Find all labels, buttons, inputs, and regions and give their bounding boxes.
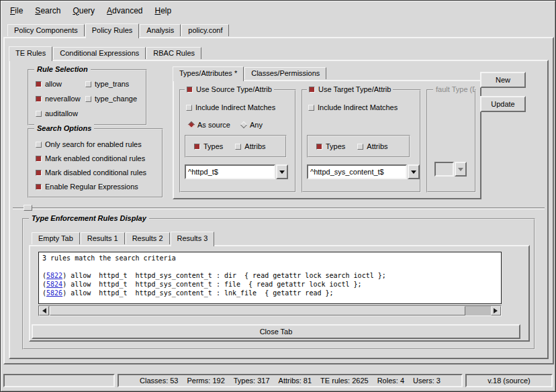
checkbox-allow[interactable]: allow: [36, 79, 84, 89]
rule-link[interactable]: 5824: [46, 281, 62, 288]
tab-policy-conf[interactable]: policy.conf: [181, 24, 229, 36]
checkbox-label: Attribs: [244, 142, 265, 150]
tab-empty[interactable]: Empty Tab: [32, 232, 80, 244]
pane-sash[interactable]: [13, 207, 545, 209]
checkbox-target-types[interactable]: Types: [316, 142, 345, 151]
sash-handle[interactable]: [24, 205, 32, 211]
checkbox-source-indirect[interactable]: Include Indirect Matches: [186, 103, 275, 112]
results-header: 3 rules match the search criteria: [42, 254, 498, 262]
checkbox-label: allow: [45, 80, 62, 88]
scroll-thumb[interactable]: [50, 306, 465, 315]
chevron-down-icon: [411, 170, 416, 177]
tab-policy-components[interactable]: Policy Components: [7, 24, 85, 36]
radio-as-source[interactable]: As source: [189, 120, 230, 130]
rule-link[interactable]: 5826: [46, 289, 62, 297]
radio-label: As source: [197, 121, 230, 129]
te-display-group: Type Enforcement Rules Display Empty Tab…: [22, 218, 535, 350]
checkbox-type-trans[interactable]: type_trans: [85, 79, 146, 89]
checkbox-indicator: [309, 87, 315, 93]
status-cell-empty: [3, 374, 115, 387]
scroll-track[interactable]: [49, 306, 491, 315]
checkbox-use-source-type[interactable]: Use Source Type/Attrib: [185, 85, 274, 94]
rule-line: (5822) allow httpd_t httpd_sys_content_t…: [42, 271, 498, 280]
checkbox-mark-disabled-conditional[interactable]: Mark disabled conditional rules: [36, 168, 162, 177]
rule-tabbar: TE Rules Conditional Expressions RBAC Ru…: [9, 46, 202, 61]
radio-any[interactable]: Any: [241, 120, 263, 130]
results-textpane[interactable]: 3 rules match the search criteria (5822)…: [38, 252, 502, 304]
tab-te-rules[interactable]: TE Rules: [9, 46, 52, 61]
default-combo-dropdown-button: [455, 162, 467, 177]
arrow-right-icon: [494, 308, 500, 313]
checkbox-enabled-rules-only[interactable]: Only search for enabled rules: [36, 140, 162, 149]
close-tab-button[interactable]: Close Tab: [32, 324, 520, 339]
checkbox-type-change[interactable]: type_change: [85, 94, 146, 103]
tab-types-attributes[interactable]: Types/Attributes *: [173, 66, 244, 81]
checkbox-label: Use Source Type/Attrib: [196, 85, 272, 93]
target-combo-dropdown-button[interactable]: [408, 164, 420, 179]
tab-results-2[interactable]: Results 2: [126, 232, 170, 244]
te-rules-panel: Rule Selection allow type_trans neverall…: [9, 60, 549, 359]
menubar: File Search Query Advanced Help: [2, 2, 554, 19]
menu-file[interactable]: File: [5, 3, 28, 18]
tab-results-3[interactable]: Results 3: [171, 232, 215, 246]
menu-advanced[interactable]: Advanced: [101, 3, 148, 18]
tab-classes-permissions[interactable]: Classes/Permissions: [244, 67, 326, 79]
scroll-left-button[interactable]: [39, 306, 49, 315]
checkbox-indicator: [187, 87, 193, 93]
rule-selection-title: Rule Selection: [34, 65, 91, 74]
source-types-attribs-frame: Types Attribs: [185, 135, 287, 158]
checkbox-indicator: [36, 156, 42, 162]
checkbox-label: Attribs: [367, 142, 387, 150]
update-button[interactable]: Update: [480, 96, 526, 112]
search-options-list: Only search for enabled rules Mark enabl…: [29, 130, 162, 191]
checkbox-source-types[interactable]: Types: [194, 142, 223, 151]
checkbox-label: Include Indirect Matches: [195, 103, 275, 111]
checkbox-indicator: [316, 144, 322, 150]
checkbox-mark-enabled-conditional[interactable]: Mark enabled conditional rules: [36, 154, 162, 163]
tab-results-1[interactable]: Results 1: [81, 232, 125, 244]
checkbox-target-indirect[interactable]: Include Indirect Matches: [308, 103, 398, 112]
target-type-combo: [307, 164, 420, 179]
checkbox-label: type_trans: [95, 80, 129, 88]
rule-link[interactable]: 5822: [46, 272, 62, 279]
checkbox-indicator: [85, 81, 91, 87]
checkbox-use-target-type[interactable]: Use Target Type/Attrib: [307, 85, 393, 94]
checkbox-enable-regex[interactable]: Enable Regular Expressions: [36, 182, 162, 191]
tab-policy-rules[interactable]: Policy Rules: [85, 23, 140, 38]
checkbox-label: neverallow: [45, 95, 81, 103]
checkbox-neverallow[interactable]: neverallow: [36, 94, 84, 103]
results-panel: 3 rules match the search criteria (5822)…: [29, 245, 530, 342]
default-type-input: [434, 162, 454, 177]
menu-search[interactable]: Search: [30, 3, 66, 18]
rule-text: ) allow httpd_t httpd_sys_content_t : fi…: [62, 281, 362, 288]
checkbox-auditallow[interactable]: auditallow: [36, 109, 84, 118]
radio-indicator: [188, 121, 195, 128]
target-types-attribs-frame: Types Attribs: [307, 135, 410, 158]
stat-roles: Roles: 4: [377, 377, 404, 385]
types-attribs-panel: Use Source Type/Attrib Include Indirect …: [173, 80, 481, 199]
checkbox-target-attribs[interactable]: Attribs: [357, 142, 387, 151]
stat-perms: Perms: 192: [187, 377, 225, 385]
scroll-right-button[interactable]: [491, 306, 501, 315]
new-button[interactable]: New: [480, 72, 526, 88]
stat-attribs: Attribs: 81: [279, 377, 312, 385]
source-type-input[interactable]: [185, 164, 275, 179]
source-type-combo: [185, 164, 288, 179]
results-hscrollbar[interactable]: [38, 305, 502, 316]
search-options-group: Search Options Only search for enabled r…: [28, 128, 163, 198]
checkbox-label: Mark enabled conditional rules: [45, 154, 145, 162]
main-tabbar: Policy Components Policy Rules Analysis …: [7, 23, 230, 38]
target-group: Use Target Type/Attrib Include Indirect …: [302, 89, 421, 193]
tab-conditional-expressions[interactable]: Conditional Expressions: [53, 47, 146, 59]
source-combo-dropdown-button[interactable]: [276, 164, 288, 179]
target-type-input[interactable]: [307, 164, 407, 179]
menu-query[interactable]: Query: [67, 3, 100, 18]
default-type-group: fault Type (Disa: [426, 89, 476, 193]
tab-analysis[interactable]: Analysis: [140, 24, 181, 36]
rule-line: (5826) allow httpd_t httpd_sys_content_t…: [42, 289, 498, 297]
checkbox-source-attribs[interactable]: Attribs: [235, 142, 265, 151]
menu-help[interactable]: Help: [149, 3, 177, 18]
checkbox-label: Types: [326, 142, 345, 150]
tab-rbac-rules[interactable]: RBAC Rules: [146, 47, 201, 59]
results-tabbar: Empty Tab Results 1 Results 2 Results 3: [32, 232, 215, 246]
